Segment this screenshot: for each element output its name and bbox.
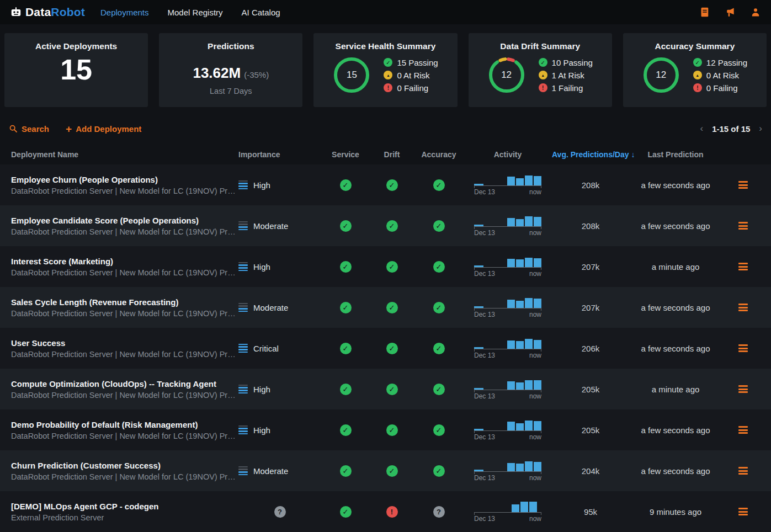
nav-item-deployments[interactable]: Deployments — [100, 8, 149, 17]
deployment-description: DataRobot Prediction Server | New Model … — [11, 350, 238, 359]
announcements-icon[interactable] — [725, 7, 736, 18]
deployment-row[interactable]: Sales Cycle Length (Revenue Forecasting)… — [0, 287, 771, 328]
activity-bars — [474, 297, 541, 308]
legend-label: 1 Failing — [552, 83, 583, 93]
card-title: Service Health Summary — [313, 41, 457, 51]
row-menu-button[interactable] — [736, 220, 750, 232]
nav-item-ai-catalog[interactable]: AI Catalog — [242, 8, 280, 17]
activity-axis-labels: Dec 13now — [474, 188, 541, 196]
deployment-row[interactable]: User SuccessDataRobot Prediction Server … — [0, 328, 771, 369]
column-header-service[interactable]: Service — [321, 150, 370, 159]
importance-bar — [238, 308, 248, 310]
row-menu-button[interactable] — [736, 301, 750, 313]
importance-bar — [238, 466, 248, 468]
row-menu-button[interactable] — [736, 506, 750, 518]
row-menu-button[interactable] — [736, 465, 750, 477]
deployment-name[interactable]: Employee Churn (People Operations) — [11, 175, 238, 184]
add-deployment-button[interactable]: + Add Deployment — [66, 124, 141, 134]
menu-bar — [738, 508, 748, 509]
menu-bar — [738, 348, 748, 349]
datarobot-logo[interactable]: DataRobot — [10, 6, 85, 19]
deployment-row[interactable]: Employee Candidate Score (People Operati… — [0, 205, 771, 246]
card-title: Active Deployments — [4, 41, 148, 51]
deployment-row[interactable]: Churn Prediction (Customer Success)DataR… — [0, 450, 771, 491]
importance-bar — [238, 349, 248, 350]
axis-tick-right — [541, 472, 541, 474]
activity-cell: Dec 13now — [464, 501, 552, 523]
activity-bar — [525, 258, 533, 267]
drift-status-cell — [370, 343, 414, 354]
data-drift-donut: 12 — [488, 56, 525, 94]
activity-start-label: Dec 13 — [474, 352, 495, 359]
row-menu-button[interactable] — [736, 179, 750, 191]
importance-bar — [238, 303, 248, 305]
deployment-row[interactable]: Compute Optimization (CloudOps) -- Track… — [0, 369, 771, 409]
deployment-row[interactable]: Interest Score (Marketing)DataRobot Pred… — [0, 246, 771, 287]
last-prediction-cell: a few seconds ago — [629, 303, 722, 312]
importance-bar — [238, 311, 248, 312]
accuracy-unknown-icon — [433, 506, 445, 518]
row-menu-button[interactable] — [736, 260, 750, 273]
row-menu-button[interactable] — [736, 383, 750, 395]
row-menu-cell — [722, 465, 764, 477]
active-deployments-card: Active Deployments 15 — [4, 33, 148, 107]
axis-tick-right — [541, 268, 541, 270]
column-header-accuracy[interactable]: Accuracy — [414, 150, 464, 159]
deployment-row[interactable]: Employee Churn (People Operations)DataRo… — [0, 164, 771, 205]
menu-bar — [738, 432, 748, 434]
search-button[interactable]: Search — [9, 124, 49, 134]
activity-axis — [474, 390, 541, 392]
activity-chart: Dec 13now — [474, 338, 541, 359]
row-menu-button[interactable] — [736, 342, 750, 354]
activity-chart: Dec 13now — [474, 460, 541, 482]
activity-cell: Dec 13now — [464, 338, 552, 359]
deployment-name[interactable]: User Success — [11, 338, 238, 348]
service-passing-icon — [340, 220, 352, 232]
accuracy-passing-icon — [433, 343, 445, 354]
profile-icon[interactable] — [750, 7, 761, 18]
deployment-name[interactable]: Interest Score (Marketing) — [11, 257, 238, 266]
deployment-name[interactable]: Churn Prediction (Customer Success) — [11, 461, 238, 470]
passing-icon — [539, 58, 547, 67]
nav-item-model-registry[interactable]: Model Registry — [168, 8, 223, 17]
service-status-cell — [321, 179, 370, 191]
service-status-cell — [321, 220, 370, 232]
importance-label: Critical — [253, 344, 279, 353]
menu-bar — [738, 511, 748, 513]
deployment-name[interactable]: Employee Candidate Score (People Operati… — [11, 216, 238, 225]
drift-passing-icon — [386, 424, 398, 436]
activity-axis-labels: Dec 13now — [474, 474, 541, 482]
deployment-row[interactable]: [DEMO] MLOps Agent GCP - codegenExternal… — [0, 491, 771, 532]
column-header-last-prediction[interactable]: Last Prediction — [629, 150, 722, 159]
axis-tick-left — [474, 268, 475, 270]
importance-level-icon — [238, 303, 248, 312]
column-header-avg-predictions[interactable]: Avg. Predictions/Day ↓ — [552, 150, 629, 159]
next-page-icon[interactable]: › — [759, 123, 762, 134]
column-header-activity[interactable]: Activity — [464, 150, 552, 159]
service-passing-icon — [340, 179, 352, 191]
deployment-name[interactable]: Sales Cycle Length (Revenue Forecasting) — [11, 297, 238, 307]
docs-icon[interactable] — [699, 7, 710, 18]
importance-level-icon — [238, 180, 248, 189]
deployment-name[interactable]: Compute Optimization (CloudOps) -- Track… — [11, 379, 238, 389]
menu-bar — [738, 470, 748, 472]
activity-bar — [507, 381, 515, 390]
deployment-row[interactable]: Demo Probability of Default (Risk Manage… — [0, 409, 771, 450]
column-header-importance[interactable]: Importance — [238, 150, 321, 159]
column-header-drift[interactable]: Drift — [370, 150, 414, 159]
menu-bar — [738, 307, 748, 308]
previous-page-icon[interactable]: ‹ — [700, 123, 703, 134]
deployment-name[interactable]: [DEMO] MLOps Agent GCP - codegen — [11, 502, 238, 511]
accuracy-status-cell — [414, 302, 464, 313]
menu-bar — [738, 429, 748, 431]
avg-predictions-value: 204k — [582, 466, 600, 476]
avg-predictions-value: 207k — [582, 262, 600, 272]
column-header-deployment-name[interactable]: Deployment Name — [11, 150, 238, 159]
drift-passing-icon — [386, 179, 398, 191]
importance-bar — [238, 344, 248, 345]
deployment-name[interactable]: Demo Probability of Default (Risk Manage… — [11, 420, 238, 429]
row-menu-button[interactable] — [736, 424, 750, 436]
last-prediction-value: a few seconds ago — [641, 180, 710, 190]
deployments-table: Deployment Name Importance Service Drift… — [0, 145, 771, 532]
activity-bar — [534, 258, 541, 267]
